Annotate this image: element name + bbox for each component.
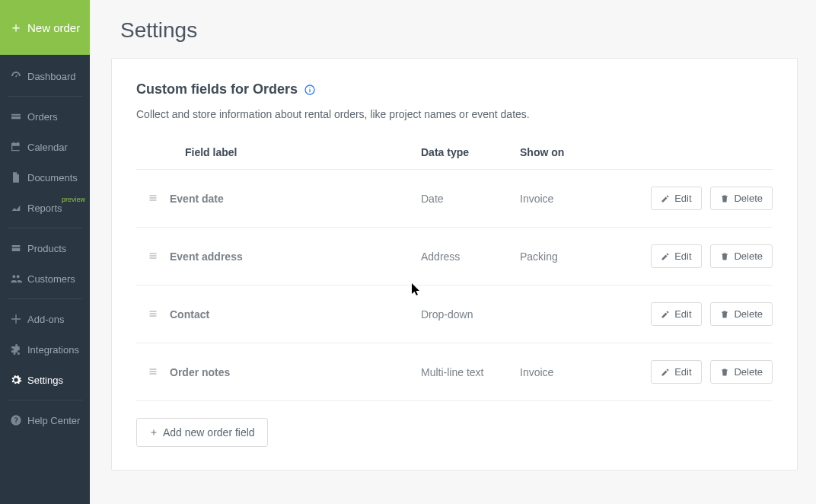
sidebar: ＋ New order Dashboard Orders Calendar: [0, 0, 90, 504]
delete-button[interactable]: Delete: [710, 360, 773, 384]
field-label: Event address: [170, 228, 421, 285]
svg-rect-10: [150, 313, 157, 314]
delete-label: Delete: [734, 308, 763, 320]
addons-icon: [9, 313, 23, 325]
sidebar-item-customers[interactable]: Customers: [0, 263, 90, 294]
drag-handle-icon[interactable]: [136, 343, 170, 401]
sidebar-item-label: Documents: [27, 172, 82, 183]
sidebar-item-products[interactable]: Products: [0, 233, 90, 263]
edit-label: Edit: [674, 308, 691, 320]
sidebar-item-label: Products: [27, 243, 82, 254]
edit-button[interactable]: Edit: [651, 360, 701, 384]
page-title: Settings: [90, 0, 816, 58]
pencil-icon: [661, 310, 670, 319]
divider: [8, 298, 82, 299]
edit-button[interactable]: Edit: [651, 244, 701, 268]
field-type: Address: [421, 228, 520, 285]
field-show: Packing: [520, 228, 626, 285]
products-icon: [9, 242, 23, 254]
table-row: Contact Drop-down Edit Delete: [136, 285, 773, 343]
sidebar-item-label: Customers: [27, 273, 82, 285]
delete-button[interactable]: Delete: [710, 244, 773, 268]
calendar-icon: [9, 141, 23, 153]
delete-label: Delete: [734, 193, 763, 204]
main: Settings Custom fields for Orders Collec…: [90, 0, 816, 504]
edit-label: Edit: [674, 193, 691, 204]
settings-card: Custom fields for Orders Collect and sto…: [111, 58, 798, 471]
dashboard-icon: [9, 70, 23, 82]
delete-button[interactable]: Delete: [710, 302, 773, 326]
field-show: Invoice: [520, 343, 626, 401]
divider: [8, 96, 82, 97]
info-icon[interactable]: [304, 84, 316, 96]
svg-rect-5: [150, 199, 157, 200]
sidebar-item-label: Dashboard: [27, 71, 82, 82]
edit-label: Edit: [674, 366, 691, 378]
svg-rect-11: [150, 315, 157, 316]
table-row: Event address Address Packing Edit Delet…: [136, 228, 773, 285]
nav: Dashboard Orders Calendar Documents: [0, 55, 90, 435]
sidebar-item-help[interactable]: Help Center: [0, 405, 90, 435]
divider: [8, 400, 82, 400]
gear-icon: [9, 374, 23, 386]
new-order-button[interactable]: ＋ New order: [0, 0, 90, 55]
new-order-label: New order: [27, 21, 80, 34]
sidebar-item-dashboard[interactable]: Dashboard: [0, 61, 90, 91]
documents-icon: [9, 171, 23, 183]
sidebar-item-addons[interactable]: Add-ons: [0, 304, 90, 334]
sidebar-item-calendar[interactable]: Calendar: [0, 132, 90, 162]
help-icon: [9, 414, 23, 426]
svg-rect-9: [150, 311, 157, 311]
card-title: Custom fields for Orders: [136, 81, 298, 97]
pencil-icon: [661, 368, 670, 377]
field-type: Date: [421, 170, 520, 228]
sidebar-item-integrations[interactable]: Integrations: [0, 334, 90, 365]
svg-rect-4: [150, 197, 157, 198]
card-subtitle: Collect and store information about rent…: [136, 108, 773, 120]
preview-badge: preview: [62, 196, 85, 203]
header-field-label: Field label: [170, 137, 421, 170]
field-type: Multi-line text: [421, 343, 520, 401]
field-label: Event date: [170, 170, 421, 228]
trash-icon: [720, 252, 729, 261]
edit-button[interactable]: Edit: [651, 187, 701, 210]
delete-button[interactable]: Delete: [710, 187, 773, 210]
reports-icon: [9, 202, 23, 214]
plus-icon: [149, 428, 158, 437]
drag-handle-icon[interactable]: [136, 228, 170, 285]
trash-icon: [720, 310, 729, 319]
sidebar-item-orders[interactable]: Orders: [0, 101, 90, 132]
fields-table: Field label Data type Show on Event date…: [136, 137, 773, 401]
sidebar-item-reports[interactable]: Reports preview: [0, 193, 90, 223]
delete-label: Delete: [734, 366, 763, 378]
trash-icon: [720, 194, 729, 203]
svg-rect-12: [150, 368, 157, 369]
plus-icon: ＋: [9, 21, 23, 34]
sidebar-item-label: Orders: [27, 111, 82, 123]
card-title-row: Custom fields for Orders: [136, 81, 773, 97]
trash-icon: [720, 368, 729, 377]
svg-point-2: [309, 87, 310, 88]
sidebar-item-label: Integrations: [27, 344, 82, 356]
sidebar-item-label: Add-ons: [27, 314, 82, 325]
svg-rect-8: [150, 257, 157, 258]
edit-label: Edit: [674, 250, 691, 262]
sidebar-item-documents[interactable]: Documents: [0, 162, 90, 193]
sidebar-item-settings[interactable]: Settings: [0, 365, 90, 395]
add-field-label: Add new order field: [163, 426, 255, 439]
integrations-icon: [9, 343, 23, 356]
field-type: Drop-down: [421, 285, 520, 343]
table-row: Event date Date Invoice Edit Delete: [136, 170, 773, 228]
drag-handle-icon[interactable]: [136, 285, 170, 343]
field-label: Contact: [170, 285, 421, 343]
drag-handle-icon[interactable]: [136, 170, 170, 228]
header-data-type: Data type: [421, 137, 520, 170]
edit-button[interactable]: Edit: [651, 302, 701, 326]
pencil-icon: [661, 252, 670, 261]
pencil-icon: [661, 194, 670, 203]
field-show: [520, 285, 626, 343]
add-field-button[interactable]: Add new order field: [136, 418, 268, 447]
svg-rect-13: [150, 371, 157, 372]
customers-icon: [9, 273, 23, 285]
field-label: Order notes: [170, 343, 421, 401]
